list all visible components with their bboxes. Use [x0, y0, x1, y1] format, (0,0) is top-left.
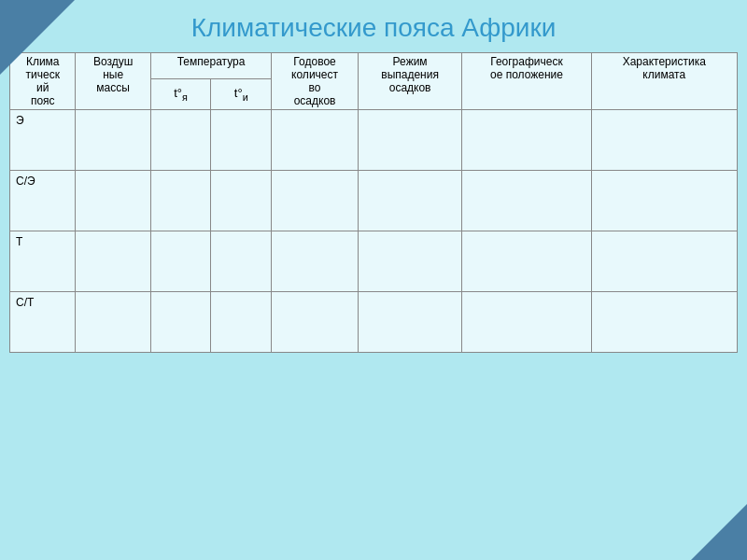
cell-geo-1	[462, 171, 591, 231]
page-title: Климатические пояса Африки	[0, 0, 747, 52]
table-row: Э	[10, 110, 738, 171]
climate-table: Климатическийпояс Воздушныемассы Темпера…	[9, 52, 738, 353]
cell-tya-0	[150, 110, 210, 171]
cell-belt-0: Э	[10, 110, 76, 171]
cell-ti-1	[211, 171, 272, 231]
cell-air-1	[76, 171, 150, 231]
cell-precip-annual-3	[272, 292, 359, 353]
cell-belt-3: С/Т	[10, 292, 76, 353]
cell-geo-0	[462, 110, 591, 171]
cell-precip-annual-0	[272, 110, 359, 171]
col-subheader-temp-ya: t°я	[150, 78, 210, 109]
cell-belt-2: Т	[10, 231, 76, 292]
cell-geo-3	[462, 292, 591, 353]
col-header-air-masses: Воздушныемассы	[76, 53, 150, 110]
col-header-climate-char: Характеристикаклимата	[591, 53, 737, 110]
cell-precip-annual-2	[272, 231, 359, 292]
cell-tya-2	[150, 231, 210, 292]
corner-decoration-br	[691, 504, 747, 560]
table-container: Климатическийпояс Воздушныемассы Темпера…	[0, 52, 747, 362]
cell-belt-1: С/Э	[10, 171, 76, 231]
table-row: С/Э	[10, 171, 738, 231]
table-row: Т	[10, 231, 738, 292]
cell-precip-annual-1	[272, 171, 359, 231]
cell-air-0	[76, 110, 150, 171]
cell-air-3	[76, 292, 150, 353]
col-subheader-temp-i: t°и	[211, 78, 272, 109]
cell-precip-regime-3	[358, 292, 462, 353]
corner-decoration-tl	[0, 0, 75, 75]
cell-tya-3	[150, 292, 210, 353]
cell-char-2	[591, 231, 737, 292]
cell-char-3	[591, 292, 737, 353]
cell-ti-2	[211, 231, 272, 292]
col-header-temperature: Температура	[150, 53, 272, 79]
cell-ti-3	[211, 292, 272, 353]
col-header-geo-position: Географическое положение	[462, 53, 591, 110]
cell-precip-regime-2	[358, 231, 462, 292]
cell-precip-regime-0	[358, 110, 462, 171]
cell-geo-2	[462, 231, 591, 292]
cell-precip-regime-1	[358, 171, 462, 231]
cell-tya-1	[150, 171, 210, 231]
cell-ti-0	[211, 110, 272, 171]
cell-char-0	[591, 110, 737, 171]
table-row: С/Т	[10, 292, 738, 353]
col-header-annual-precip: Годовоеколичествоосадков	[272, 53, 359, 110]
cell-char-1	[591, 171, 737, 231]
cell-air-2	[76, 231, 150, 292]
col-header-precip-regime: Режимвыпаденияосадков	[358, 53, 462, 110]
